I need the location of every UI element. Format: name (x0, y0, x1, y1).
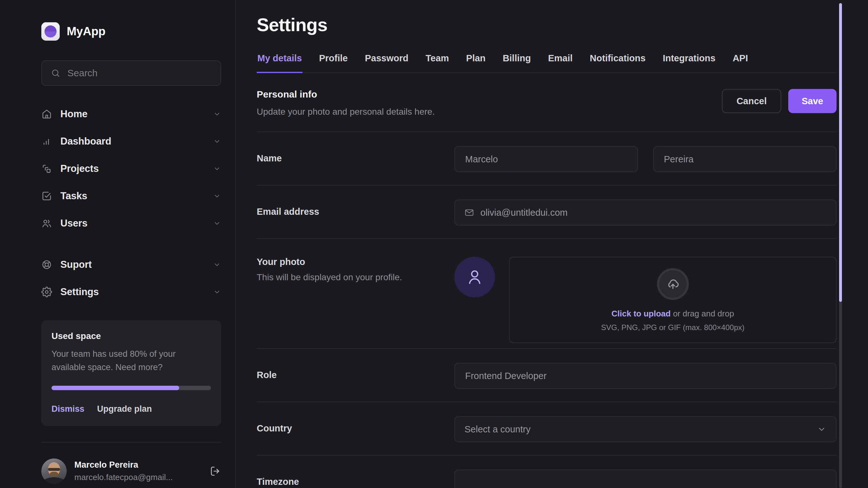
chevron-down-icon (817, 424, 826, 434)
used-space-title: Used space (52, 331, 211, 341)
sidebar-item-settings[interactable]: Settings (41, 278, 221, 306)
cancel-button[interactable]: Cancel (722, 89, 781, 113)
tab-bar: My details Profile Password Team Plan Bi… (257, 49, 837, 73)
upgrade-plan-link[interactable]: Upgrade plan (97, 404, 152, 414)
main-content: Settings My details Profile Password Tea… (236, 0, 868, 488)
sidebar-divider (41, 442, 221, 443)
chevron-down-icon (213, 137, 221, 146)
email-field[interactable] (454, 200, 837, 225)
scrollbar-thumb[interactable] (839, 3, 842, 302)
email-input[interactable] (480, 207, 826, 218)
dashboard-icon (41, 136, 52, 147)
last-name-field[interactable] (653, 146, 837, 172)
last-name-input[interactable] (663, 154, 827, 165)
scrollbar[interactable] (839, 3, 842, 488)
users-icon (41, 218, 52, 229)
role-label: Role (257, 363, 454, 380)
chevron-down-icon (213, 110, 221, 118)
upload-formats-text: SVG, PNG, JPG or GIF (max. 800×400px) (601, 323, 745, 332)
used-space-progress (52, 386, 211, 390)
click-to-upload-link[interactable]: Click to upload (612, 309, 671, 318)
logout-icon[interactable] (210, 465, 221, 477)
section-title: Personal info (257, 89, 435, 100)
sidebar-nav-secondary: Suport Settings (41, 251, 221, 306)
tab-my-details[interactable]: My details (257, 49, 303, 73)
user-icon (465, 268, 484, 286)
profile-email: marcelo.fatecpoa@gmail... (74, 472, 173, 482)
app-logo-icon (41, 22, 60, 41)
used-space-progress-fill (52, 386, 179, 390)
used-space-body: Your team has used 80% of your available… (52, 347, 211, 374)
role-field[interactable] (454, 363, 837, 389)
form-row-timezone: Timezone (257, 456, 837, 488)
upload-dropzone[interactable]: Click to upload or drag and drop SVG, PN… (509, 257, 837, 343)
save-button[interactable]: Save (788, 89, 837, 113)
logo-dot (44, 25, 57, 37)
photo-label: Your photo (257, 257, 454, 267)
tab-email[interactable]: Email (548, 49, 573, 73)
country-label: Country (257, 416, 454, 434)
form-row-photo: Your photo This will be displayed on you… (257, 239, 837, 349)
search-box[interactable] (41, 60, 221, 86)
chevron-down-icon (213, 261, 221, 269)
used-space-card: Used space Your team has used 80% of you… (41, 320, 221, 426)
tab-billing[interactable]: Billing (502, 49, 531, 73)
drag-drop-text: or drag and drop (671, 309, 734, 318)
section-subtitle: Update your photo and personal details h… (257, 107, 435, 117)
app-window: MyApp Home Dashboard Projects Tasks User… (0, 0, 868, 488)
form-row-country: Country Select a country (257, 402, 837, 456)
timezone-field[interactable] (454, 469, 837, 488)
country-selected-value: Select a country (465, 424, 811, 435)
mail-icon (465, 208, 474, 217)
sidebar-item-tasks[interactable]: Tasks (41, 182, 221, 210)
country-select[interactable]: Select a country (454, 416, 837, 442)
tab-profile[interactable]: Profile (318, 49, 348, 73)
settings-icon (41, 286, 52, 297)
sidebar-item-suport[interactable]: Suport (41, 251, 221, 278)
upload-cloud-icon (657, 268, 689, 300)
tasks-icon (41, 191, 52, 202)
support-icon (41, 259, 52, 270)
chevron-down-icon (213, 219, 221, 227)
search-input[interactable] (67, 67, 212, 79)
page-title: Settings (257, 14, 837, 35)
sidebar-item-home[interactable]: Home (41, 100, 221, 128)
profile-name: Marcelo Pereira (74, 460, 173, 470)
email-label: Email address (257, 200, 454, 217)
tab-password[interactable]: Password (364, 49, 409, 73)
sidebar-item-projects[interactable]: Projects (41, 155, 221, 182)
form-row-name: Name (257, 132, 837, 186)
app-logo: MyApp (41, 22, 221, 41)
user-profile: Marcelo Pereira marcelo.fatecpoa@gmail..… (41, 458, 221, 484)
section-header: Personal info Update your photo and pers… (257, 89, 837, 117)
form-row-role: Role (257, 349, 837, 402)
chevron-down-icon (213, 288, 221, 296)
tab-notifications[interactable]: Notifications (589, 49, 646, 73)
photo-hint: This will be displayed on your profile. (257, 272, 454, 282)
chevron-down-icon (213, 192, 221, 200)
sidebar-nav-primary: Home Dashboard Projects Tasks Users (41, 100, 221, 237)
search-icon (51, 68, 60, 78)
avatar (41, 458, 67, 484)
form-row-email: Email address (257, 186, 837, 239)
sidebar-item-users[interactable]: Users (41, 210, 221, 237)
sidebar-item-dashboard[interactable]: Dashboard (41, 128, 221, 155)
app-title: MyApp (67, 25, 105, 38)
home-icon (41, 109, 52, 119)
first-name-input[interactable] (465, 154, 628, 165)
projects-icon (41, 163, 52, 174)
tab-api[interactable]: API (732, 49, 748, 73)
sidebar: MyApp Home Dashboard Projects Tasks User… (0, 0, 236, 488)
timezone-label: Timezone (257, 469, 454, 487)
first-name-field[interactable] (454, 146, 638, 172)
photo-placeholder-avatar (454, 257, 495, 297)
role-input[interactable] (465, 370, 826, 382)
tab-integrations[interactable]: Integrations (662, 49, 716, 73)
tab-plan[interactable]: Plan (465, 49, 486, 73)
dismiss-link[interactable]: Dismiss (52, 404, 85, 414)
chevron-down-icon (213, 164, 221, 173)
name-label: Name (257, 146, 454, 163)
timezone-input[interactable] (465, 477, 826, 488)
tab-team[interactable]: Team (425, 49, 450, 73)
